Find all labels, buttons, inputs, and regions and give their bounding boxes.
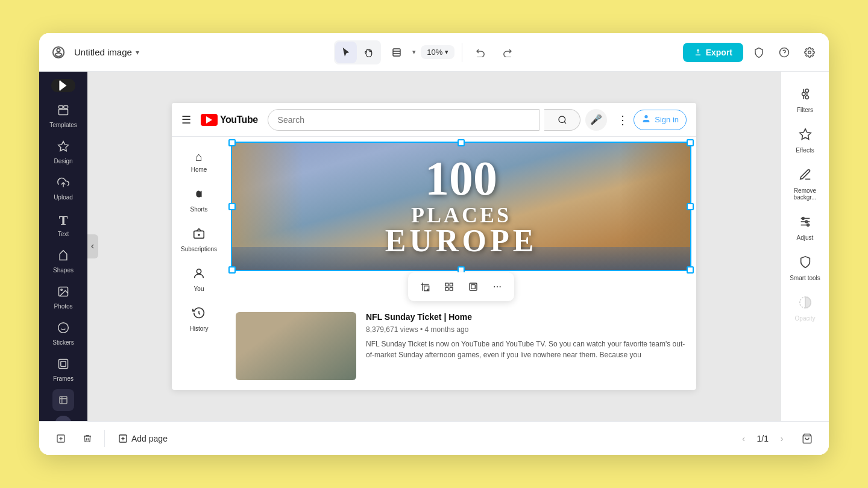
svg-rect-7 bbox=[59, 106, 63, 108]
sidebar-item-frames[interactable]: Frames bbox=[43, 353, 84, 387]
upload-label: Upload bbox=[54, 194, 73, 201]
sidebar-item-templates[interactable]: Templates bbox=[43, 99, 84, 133]
svg-rect-32 bbox=[424, 286, 429, 291]
svg-point-46 bbox=[805, 96, 809, 99]
layout-chevron-icon[interactable]: ▾ bbox=[412, 48, 416, 56]
smart-tools-icon bbox=[799, 255, 812, 272]
float-frame-button[interactable] bbox=[462, 276, 484, 298]
yt-nav-item-shorts[interactable]: Shorts bbox=[175, 181, 223, 219]
yt-history-label: History bbox=[189, 325, 208, 332]
shopping-bag-button[interactable] bbox=[797, 429, 817, 448]
sidebar-item-photos[interactable]: Photos bbox=[43, 281, 84, 314]
title-group[interactable]: Untitled image ▾ bbox=[74, 47, 139, 57]
document-title: Untitled image bbox=[74, 47, 132, 57]
undo-button[interactable] bbox=[470, 42, 491, 63]
yt-search-input[interactable] bbox=[268, 109, 540, 131]
yt-shorts-label: Shorts bbox=[190, 206, 208, 213]
title-chevron-icon: ▾ bbox=[136, 48, 139, 57]
banner-number: 100 bbox=[385, 154, 538, 202]
float-more-button[interactable] bbox=[486, 276, 508, 298]
opacity-label: Opacity bbox=[795, 315, 816, 322]
opacity-icon bbox=[799, 296, 812, 313]
top-bar-right: Export bbox=[683, 43, 819, 62]
sidebar-item-stickers[interactable]: Stickers bbox=[43, 317, 84, 351]
delete-button[interactable] bbox=[78, 429, 97, 448]
yt-thumbnail[interactable] bbox=[236, 312, 356, 380]
svg-point-43 bbox=[500, 286, 501, 287]
right-panel-item-smart-tools[interactable]: Smart tools bbox=[784, 249, 827, 287]
banner-text: 100 Places Europe bbox=[385, 154, 538, 258]
shapes-label: Shapes bbox=[53, 267, 74, 274]
right-panel-item-remove-bg[interactable]: Remove backgr... bbox=[784, 162, 827, 207]
yt-home-icon: ⌂ bbox=[195, 150, 203, 164]
svg-rect-17 bbox=[59, 360, 68, 369]
page-prev-button[interactable]: ‹ bbox=[735, 430, 752, 447]
yt-more-icon[interactable]: ⋮ bbox=[617, 113, 629, 127]
add-to-bag-button[interactable] bbox=[51, 429, 71, 448]
float-toolbar bbox=[408, 272, 514, 301]
yt-nav-item-home[interactable]: ⌂ Home bbox=[175, 144, 223, 179]
add-page-button[interactable]: Add page bbox=[112, 430, 174, 447]
app-logo[interactable] bbox=[51, 79, 75, 92]
stickers-icon bbox=[57, 322, 69, 337]
yt-main-content: 100 Places Europe bbox=[226, 137, 696, 390]
yt-video-info: NFL Sunday Ticket | Home 8,379,671 views… bbox=[366, 312, 687, 380]
svg-point-42 bbox=[497, 286, 498, 287]
pages-button[interactable] bbox=[52, 389, 74, 411]
help-icon[interactable] bbox=[775, 43, 794, 62]
svg-rect-19 bbox=[60, 396, 67, 404]
banner-image: 100 Places Europe bbox=[231, 142, 691, 271]
select-tool-button[interactable] bbox=[335, 42, 357, 63]
select-tools-group bbox=[334, 40, 381, 64]
yt-content: ⌂ Home Shorts bbox=[172, 137, 696, 390]
sidebar-more-button[interactable] bbox=[55, 416, 72, 421]
yt-video-description: NFL Sunday Ticket is now on YouTube and … bbox=[366, 339, 687, 360]
svg-rect-39 bbox=[470, 283, 477, 290]
adjust-icon bbox=[799, 215, 812, 232]
export-button[interactable]: Export bbox=[683, 43, 743, 62]
yt-signin-button[interactable]: Sign in bbox=[634, 110, 687, 130]
svg-rect-36 bbox=[450, 283, 453, 286]
design-icon bbox=[57, 140, 69, 155]
float-grid-button[interactable] bbox=[438, 276, 460, 298]
yt-nav-item-subscriptions[interactable]: Subscriptions bbox=[175, 221, 223, 258]
zoom-control[interactable]: 10% ▾ bbox=[421, 45, 454, 59]
save-icon[interactable] bbox=[49, 43, 68, 62]
smart-tools-label: Smart tools bbox=[790, 275, 820, 281]
page-next-button[interactable]: › bbox=[773, 430, 790, 447]
upload-icon bbox=[57, 177, 69, 192]
layout-tool-button[interactable] bbox=[386, 42, 407, 63]
svg-point-41 bbox=[494, 286, 495, 287]
settings-icon[interactable] bbox=[800, 43, 819, 62]
photos-label: Photos bbox=[54, 303, 72, 310]
banner-wrap[interactable]: 100 Places Europe bbox=[231, 142, 691, 271]
sidebar-item-upload[interactable]: Upload bbox=[43, 172, 84, 205]
float-crop-button[interactable] bbox=[414, 276, 436, 298]
text-label: Text bbox=[58, 231, 69, 237]
right-panel-item-filters[interactable]: Filters bbox=[784, 81, 827, 119]
sidebar-item-design[interactable]: Design bbox=[43, 136, 84, 169]
yt-subscriptions-icon bbox=[192, 227, 206, 243]
sidebar-item-shapes[interactable]: Shapes bbox=[43, 245, 84, 278]
top-bar-center: ▾ 10% ▾ bbox=[177, 40, 676, 64]
yt-you-icon bbox=[192, 267, 206, 283]
yt-hamburger-icon[interactable]: ☰ bbox=[181, 113, 191, 127]
yt-history-icon bbox=[192, 307, 206, 323]
yt-search-button[interactable] bbox=[544, 109, 580, 131]
redo-button[interactable] bbox=[496, 42, 518, 63]
filters-label: Filters bbox=[797, 107, 813, 113]
yt-nav-item-you[interactable]: You bbox=[175, 261, 223, 298]
yt-mic-button[interactable]: 🎤 bbox=[585, 109, 607, 131]
svg-point-27 bbox=[645, 115, 648, 118]
add-page-label: Add page bbox=[131, 434, 168, 443]
sidebar-collapse-button[interactable] bbox=[87, 234, 98, 258]
hand-tool-button[interactable] bbox=[358, 42, 380, 63]
remove-bg-label: Remove backgr... bbox=[787, 187, 823, 201]
yt-nav-item-history[interactable]: History bbox=[175, 301, 223, 338]
right-panel-item-opacity[interactable]: Opacity bbox=[784, 290, 827, 328]
shield-icon[interactable] bbox=[749, 43, 769, 62]
yt-logo-text: YouTube bbox=[220, 114, 258, 125]
sidebar-item-text[interactable]: T Text bbox=[43, 208, 84, 242]
right-panel-item-adjust[interactable]: Adjust bbox=[784, 209, 827, 247]
right-panel-item-effects[interactable]: Effects bbox=[784, 122, 827, 160]
